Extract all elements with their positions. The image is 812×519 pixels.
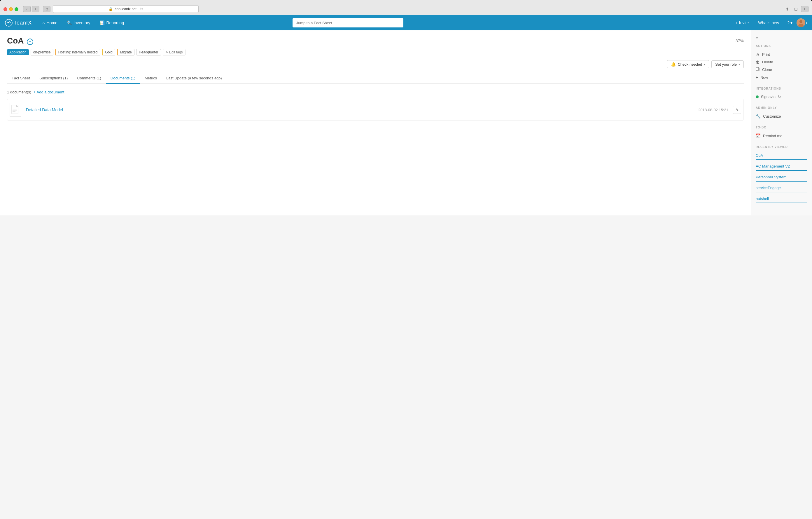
set-role-caret-icon: ▾ (738, 63, 740, 66)
sidebar-print-button[interactable]: 🖨 Print (756, 51, 807, 58)
add-document-button[interactable]: + Add a document (33, 90, 64, 94)
bell-icon: 🔔 (671, 62, 676, 66)
home-icon: ⌂ (42, 21, 45, 25)
right-sidebar: » ACTIONS 🖨 Print 🗑 Delete (751, 30, 812, 215)
search-input[interactable] (293, 18, 403, 27)
recently-viewed-personnel-system[interactable]: Personnel System (756, 173, 807, 182)
forward-button[interactable]: › (32, 6, 39, 12)
tab-last-update[interactable]: Last Update (a few seconds ago) (162, 73, 227, 84)
wrench-icon: 🔧 (756, 114, 761, 118)
reader-button[interactable]: ⊡ (43, 6, 51, 12)
recently-viewed-title: RECENTLY VIEWED (756, 145, 807, 148)
clone-label: Clone (762, 67, 772, 72)
svg-rect-10 (756, 67, 759, 70)
inventory-label: Inventory (74, 21, 90, 25)
sidebar-delete-button[interactable]: 🗑 Delete (756, 58, 807, 66)
clone-icon (756, 67, 760, 72)
recently-viewed-nutshell[interactable]: nutshell (756, 195, 807, 203)
invite-button[interactable]: + Invite (731, 19, 753, 27)
user-menu[interactable]: ▾ (796, 18, 807, 27)
traffic-light-green[interactable] (14, 7, 18, 11)
share-button[interactable]: ⬆ (783, 6, 791, 12)
document-item: Detailed Data Model 2018-08-02 15:21 ✎ (7, 99, 744, 120)
tag-migrate[interactable]: Migrate (117, 49, 135, 55)
back-button[interactable]: ‹ (23, 6, 31, 12)
help-caret-icon: ▾ (790, 21, 792, 25)
signavio-integration: Signavio ↻ (756, 93, 807, 101)
add-tab-button[interactable]: ⊡ (792, 6, 800, 12)
svg-point-3 (800, 20, 802, 23)
logo-text: leanIX (15, 20, 32, 26)
tabs-row: Fact Sheet Subscriptions (1) Comments (1… (7, 73, 744, 84)
trash-icon: 🗑 (756, 59, 760, 64)
customize-button[interactable]: 🔧 Customize (756, 112, 807, 120)
set-role-button[interactable]: Set your role ▾ (712, 60, 744, 68)
logo[interactable]: leanIX (5, 19, 32, 27)
tab-fact-sheet[interactable]: Fact Sheet (7, 73, 35, 84)
admin-section-title: ADMIN ONLY (756, 106, 807, 109)
tag-headquarter[interactable]: Headquarter (136, 49, 161, 55)
help-icon: ? (787, 21, 789, 25)
sidebar-recently-viewed-section: RECENTLY VIEWED CoA AC Management V2 Per… (756, 145, 807, 205)
signavio-label: Signavio (761, 94, 776, 99)
document-edit-button[interactable]: ✎ (733, 106, 741, 114)
tab-subscriptions[interactable]: Subscriptions (1) (35, 73, 72, 84)
tab-documents[interactable]: Documents (1) (106, 73, 140, 84)
check-needed-label: Check needed (677, 62, 702, 66)
url-text: app.leanix.net (115, 7, 137, 11)
avatar[interactable] (796, 18, 805, 27)
recently-viewed-coa[interactable]: CoA (756, 152, 807, 160)
recently-viewed-ac-management[interactable]: AC Management V2 (756, 162, 807, 171)
sidebar-admin-section: ADMIN ONLY 🔧 Customize (756, 106, 807, 120)
traffic-light-red[interactable] (3, 7, 7, 11)
tag-gold[interactable]: Gold (102, 49, 115, 55)
tab-metrics[interactable]: Metrics (140, 73, 162, 84)
help-button[interactable]: ? ▾ (784, 19, 795, 27)
online-status-indicator (756, 95, 759, 99)
print-label: Print (762, 52, 770, 57)
refresh-icon[interactable]: ↻ (140, 7, 143, 11)
nav-home[interactable]: ⌂ Home (38, 15, 62, 30)
set-role-label: Set your role (715, 62, 737, 66)
check-needed-button[interactable]: 🔔 Check needed ▾ (667, 60, 709, 68)
svg-rect-8 (12, 111, 16, 112)
document-date: 2018-08-02 15:21 (698, 108, 728, 112)
whats-new-button[interactable]: What's new (754, 19, 783, 27)
sidebar-collapse-button[interactable]: » (756, 35, 807, 40)
signavio-refresh-button[interactable]: ↻ (778, 94, 781, 99)
tag-on-premise[interactable]: on-premise (31, 49, 53, 55)
delete-label: Delete (762, 60, 773, 64)
document-count: 1 document(s) (7, 90, 31, 94)
remind-me-button[interactable]: 📅 Remind me (756, 132, 807, 139)
edit-tags-button[interactable]: ✎ Edit tags (163, 49, 185, 55)
todo-section-title: TO-DO (756, 126, 807, 129)
new-tab-button[interactable]: + (801, 6, 809, 12)
sidebar-new-button[interactable]: + New (756, 74, 807, 81)
page-title: CoA (7, 36, 24, 46)
nav-reporting[interactable]: 📊 Reporting (95, 15, 128, 30)
nav-inventory[interactable]: 🔍 Inventory (62, 15, 95, 30)
document-name[interactable]: Detailed Data Model (26, 107, 694, 112)
sidebar-clone-button[interactable]: Clone (756, 66, 807, 74)
tag-application[interactable]: Application (7, 49, 29, 55)
integrations-section-title: INTEGRATIONS (756, 87, 807, 90)
remind-me-label: Remind me (763, 134, 782, 138)
traffic-light-yellow[interactable] (9, 7, 13, 11)
address-bar[interactable]: 🔒 app.leanix.net ↻ (53, 5, 199, 13)
chart-icon: 📊 (99, 21, 105, 25)
tags-row: Application on-premise Hosting: internal… (7, 49, 744, 55)
tag-hosting[interactable]: Hosting: internally hosted (55, 49, 100, 55)
add-fact-sheet-button[interactable]: + (27, 38, 33, 45)
sidebar-integrations-section: INTEGRATIONS Signavio ↻ (756, 87, 807, 101)
tab-comments[interactable]: Comments (1) (72, 73, 106, 84)
actions-section-title: ACTIONS (756, 44, 807, 48)
fact-sheet-search[interactable] (293, 18, 403, 27)
recently-viewed-serviceengage[interactable]: serviceEngage (756, 184, 807, 192)
svg-rect-6 (12, 109, 17, 109)
search-icon: 🔍 (67, 21, 72, 25)
sidebar-actions-section: ACTIONS 🖨 Print 🗑 Delete (756, 44, 807, 81)
reporting-label: Reporting (106, 21, 124, 25)
home-label: Home (47, 21, 57, 25)
sidebar-todo-section: TO-DO 📅 Remind me (756, 126, 807, 139)
svg-rect-7 (12, 110, 17, 111)
